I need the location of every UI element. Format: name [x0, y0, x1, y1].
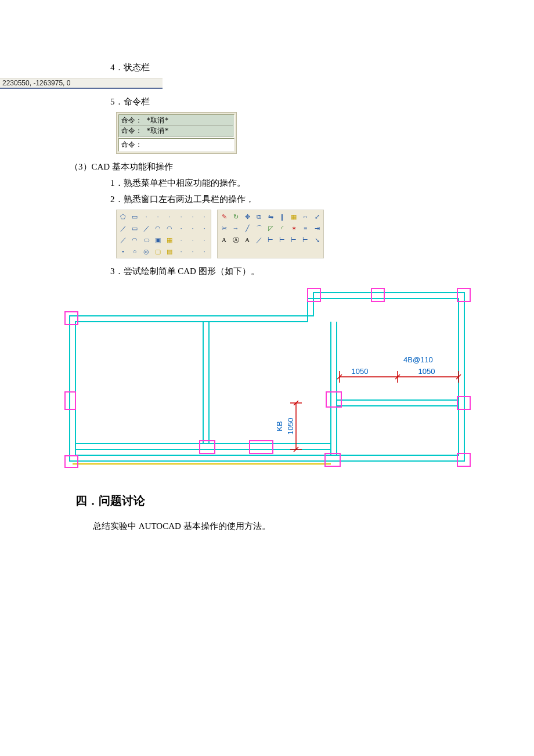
circle-icon[interactable]: ○ [129, 246, 140, 257]
lengthen-icon[interactable]: ⇥ [312, 223, 322, 233]
dot-icon[interactable]: · [199, 235, 210, 245]
erase-icon[interactable]: ✎ [219, 211, 229, 222]
dim-label: 1050 [352, 367, 369, 376]
scale-icon[interactable]: ⤢ [312, 211, 322, 222]
block-icon[interactable]: ▣ [153, 235, 163, 245]
donut-icon[interactable]: ◎ [141, 246, 151, 257]
align-icon[interactable]: ≡ [300, 223, 311, 233]
mirror-icon[interactable]: ⇋ [265, 211, 276, 222]
dim-label: 1050 [418, 367, 435, 376]
command-history-line: 命令： *取消* [120, 116, 233, 126]
spline-icon[interactable]: ／ [141, 223, 151, 233]
arc-icon[interactable]: ◠ [164, 223, 175, 233]
s3-item-2: 2．熟悉窗口左右两边工具栏的操作， [110, 192, 464, 206]
explode-icon[interactable]: ✶ [288, 223, 299, 233]
offset-icon[interactable]: ‖ [277, 211, 287, 222]
svg-rect-14 [200, 441, 215, 453]
chamfer-icon[interactable]: ◸ [265, 223, 276, 233]
svg-rect-15 [250, 441, 273, 453]
extend-icon[interactable]: → [230, 223, 241, 233]
dot-icon[interactable]: · [187, 211, 198, 222]
dot-icon[interactable]: · [141, 211, 151, 222]
join-icon[interactable]: ⌒ [254, 223, 264, 233]
status-coords: 2230550, -1263975, 0 [2, 79, 70, 87]
polygon-icon[interactable]: ⬠ [118, 211, 128, 222]
dim-label: 1050 [286, 418, 295, 435]
command-panel-figure: 命令： *取消* 命令： *取消* 命令： [116, 112, 237, 154]
command-input[interactable]: 命令： [118, 138, 234, 152]
list-item-4: 4．状态栏 [110, 60, 464, 74]
dim-radius-icon[interactable]: ⊢ [277, 235, 287, 245]
dot-icon[interactable]: · [176, 235, 186, 245]
dot-icon[interactable]: · [187, 235, 198, 245]
command-history-line: 命令： *取消* [120, 126, 233, 136]
dim-angular-icon[interactable]: ⊢ [265, 235, 276, 245]
stretch-icon[interactable]: ↔ [300, 211, 311, 222]
dim-linear-icon[interactable]: ／ [254, 235, 264, 245]
section-4-body: 总结实验中 AUTOCAD 基本操作的使用方法。 [93, 519, 464, 533]
dot-icon[interactable]: · [199, 223, 210, 233]
mtext-icon[interactable]: Ⓐ [230, 235, 241, 245]
polyline-icon[interactable]: ／ [118, 235, 128, 245]
dot-icon[interactable]: · [187, 246, 198, 257]
ellipse-icon[interactable]: ⬭ [141, 235, 151, 245]
cad-drawing: 1050 1050 4B@110 1050 KB [58, 284, 476, 476]
dot-icon[interactable]: · [187, 223, 198, 233]
section-4-title: 四．问题讨论 [75, 493, 464, 509]
text-icon[interactable]: A [219, 235, 229, 245]
dot-icon[interactable]: · [199, 246, 210, 257]
rectangle-alt-icon[interactable]: ▭ [129, 211, 140, 222]
command-history: 命令： *取消* 命令： *取消* [118, 114, 234, 138]
annotation-text: KB [275, 421, 284, 431]
annotation-text: 4B@110 [403, 355, 433, 364]
break-icon[interactable]: ╱ [242, 223, 252, 233]
dot-icon[interactable]: · [176, 246, 186, 257]
array-icon[interactable]: ▦ [288, 211, 299, 222]
line-icon[interactable]: ／ [118, 223, 128, 233]
trim-icon[interactable]: ✂ [219, 223, 229, 233]
A-icon[interactable]: A [242, 235, 252, 245]
table-icon[interactable]: ▤ [164, 246, 175, 257]
s3-item-1: 1．熟悉菜单栏中相应功能的操作。 [110, 176, 464, 190]
command-prompt: 命令： [121, 141, 142, 149]
status-bar: 2230550, -1263975, 0 [0, 78, 163, 89]
subsection-3-heading: （3）CAD 基本功能和操作 [70, 160, 464, 174]
copy-icon[interactable]: ⧉ [254, 211, 264, 222]
rotate-icon[interactable]: ↻ [230, 211, 241, 222]
fillet-icon[interactable]: ◜ [277, 223, 287, 233]
dim-continue-icon[interactable]: ⊢ [300, 235, 311, 245]
move-icon[interactable]: ✥ [242, 211, 252, 222]
dot-icon[interactable]: · [164, 211, 175, 222]
list-item-5: 5．命令栏 [110, 95, 464, 109]
dim-diameter-icon[interactable]: ⊢ [288, 235, 299, 245]
hatch-icon[interactable]: ▦ [164, 235, 175, 245]
rectangle-icon[interactable]: ▭ [129, 223, 140, 233]
modify-toolbar: ✎↻✥⧉⇋‖▦↔⤢✂→╱⌒◸◜✶≡⇥AⒶA／⊢⊢⊢⊢↘ [217, 210, 324, 258]
arc-icon[interactable]: ◠ [153, 223, 163, 233]
point-icon[interactable]: • [118, 246, 128, 257]
status-bar-figure: 2230550, -1263975, 0 [0, 78, 163, 89]
svg-rect-11 [371, 289, 384, 301]
region-icon[interactable]: ▢ [153, 246, 163, 257]
dot-icon[interactable]: · [199, 211, 210, 222]
s3-item-3: 3．尝试绘制简单 CAD 图形（如下）。 [110, 264, 464, 278]
dot-icon[interactable]: · [176, 211, 186, 222]
dot-icon[interactable]: · [176, 223, 186, 233]
dot-icon[interactable]: · [153, 211, 163, 222]
draw-toolbar: ⬠▭······／▭／◠◠···／◠⬭▣▦···•○◎▢▤··· [116, 210, 211, 258]
page: 4．状态栏 2230550, -1263975, 0 5．命令栏 命令： *取消… [0, 0, 534, 710]
leader-icon[interactable]: ↘ [312, 235, 322, 245]
arc-icon[interactable]: ◠ [129, 235, 140, 245]
toolbar-figure: ⬠▭······／▭／◠◠···／◠⬭▣▦···•○◎▢▤··· ✎↻✥⧉⇋‖▦… [116, 210, 464, 258]
